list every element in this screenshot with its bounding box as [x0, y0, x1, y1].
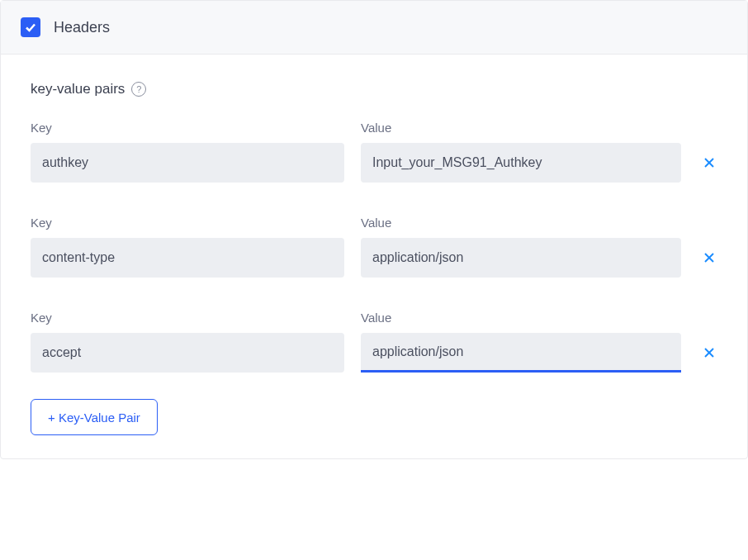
value-field: Value — [361, 121, 681, 183]
remove-row-button[interactable] — [698, 333, 721, 373]
remove-row-button[interactable] — [698, 143, 721, 183]
close-icon — [703, 156, 716, 169]
kv-row: Key Value — [31, 216, 717, 278]
close-icon — [703, 251, 716, 264]
kv-row: Key Value — [31, 311, 717, 373]
key-field: Key — [31, 311, 344, 373]
value-label: Value — [361, 311, 681, 325]
kv-row: Key Value — [31, 121, 717, 183]
headers-panel: Headers key-value pairs ? Key Value — [0, 0, 748, 459]
value-input[interactable] — [361, 333, 681, 373]
key-label: Key — [31, 311, 344, 325]
key-input[interactable] — [31, 143, 344, 183]
key-input[interactable] — [31, 333, 344, 373]
value-field: Value — [361, 311, 681, 373]
key-label: Key — [31, 121, 344, 135]
check-icon — [24, 21, 37, 34]
panel-title: Headers — [54, 19, 110, 36]
panel-body: key-value pairs ? Key Value Key — [1, 55, 747, 458]
remove-row-button[interactable] — [698, 238, 721, 278]
value-label: Value — [361, 216, 681, 230]
panel-header: Headers — [1, 1, 747, 55]
help-icon[interactable]: ? — [131, 82, 146, 97]
key-label: Key — [31, 216, 344, 230]
kvp-section-label: key-value pairs — [31, 81, 125, 97]
kvp-section-label-row: key-value pairs ? — [31, 81, 717, 97]
add-kv-pair-button[interactable]: + Key-Value Pair — [31, 399, 158, 435]
value-input[interactable] — [361, 143, 681, 183]
key-input[interactable] — [31, 238, 344, 278]
close-icon — [703, 346, 716, 359]
headers-enabled-checkbox[interactable] — [21, 17, 40, 37]
value-field: Value — [361, 216, 681, 278]
value-label: Value — [361, 121, 681, 135]
value-input[interactable] — [361, 238, 681, 278]
key-field: Key — [31, 216, 344, 278]
key-field: Key — [31, 121, 344, 183]
